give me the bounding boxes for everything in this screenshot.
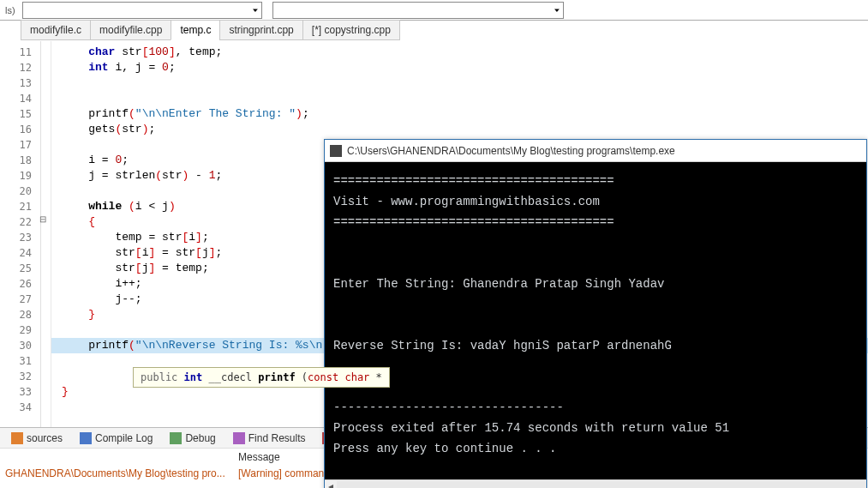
console-output[interactable]: ======================================= …: [325, 162, 866, 467]
code-line[interactable]: printf("\n\nEnter The String: ");: [51, 106, 868, 122]
line-number: 29: [0, 322, 40, 338]
line-number: 28: [0, 307, 40, 322]
console-title-bar[interactable]: C:\Users\GHANENDRA\Documents\My Blog\tes…: [325, 140, 866, 162]
symbol-dropdown-1[interactable]: ▾: [22, 2, 262, 19]
symbol-dropdown-2[interactable]: ▾: [272, 2, 564, 19]
line-number: 19: [0, 168, 40, 184]
bottom-tab-label: sources: [27, 432, 63, 444]
file-tab[interactable]: temp.c: [171, 20, 220, 40]
scroll-left-icon[interactable]: ◂: [325, 480, 337, 489]
file-tab[interactable]: [*] copystring.cpp: [302, 20, 400, 40]
line-number: 13: [0, 75, 40, 91]
toolbar-left-label: ls): [5, 5, 15, 15]
chevron-down-icon: ▾: [554, 6, 560, 13]
line-number: 25: [0, 261, 40, 276]
fold-column: ⊟: [41, 41, 51, 427]
bottom-tab-label: Find Results: [248, 432, 306, 444]
find-icon: [233, 432, 245, 444]
line-number: 22: [0, 214, 40, 230]
line-number: 21: [0, 199, 40, 214]
src-icon: [11, 432, 23, 444]
bottom-tab-find-results[interactable]: Find Results: [225, 429, 314, 448]
bottom-tab-label: Debug: [185, 432, 215, 444]
chevron-down-icon: ▾: [253, 6, 258, 13]
line-number: 31: [0, 353, 40, 369]
line-number: 34: [0, 400, 40, 415]
bottom-tab-sources[interactable]: sources: [3, 429, 70, 448]
code-line[interactable]: int i, j = 0;: [51, 60, 868, 75]
code-line[interactable]: gets(str);: [51, 122, 868, 137]
line-number: 30: [0, 338, 40, 353]
line-number: 17: [0, 137, 40, 153]
console-window: C:\Users\GHANENDRA\Documents\My Blog\tes…: [324, 139, 867, 488]
signature-tooltip: public int __cdecl printf (const char *: [133, 367, 390, 388]
console-title-text: C:\Users\GHANENDRA\Documents\My Blog\tes…: [347, 145, 861, 157]
line-number: 32: [0, 369, 40, 384]
console-app-icon: [330, 145, 342, 157]
fold-toggle-icon[interactable]: ⊟: [39, 214, 46, 224]
code-line[interactable]: [51, 75, 868, 91]
file-tab[interactable]: stringprint.cpp: [219, 20, 302, 40]
log-icon: [80, 432, 92, 444]
line-number: 23: [0, 230, 40, 245]
file-tab[interactable]: modifyfile.cpp: [90, 20, 171, 40]
line-number: 11: [0, 45, 40, 60]
line-number: 15: [0, 106, 40, 122]
bottom-tab-debug[interactable]: Debug: [162, 429, 223, 448]
line-number: 14: [0, 91, 40, 106]
dbg-icon: [170, 432, 182, 444]
code-line[interactable]: char str[100], temp;: [51, 45, 868, 60]
line-number: 24: [0, 245, 40, 261]
line-number: 33: [0, 384, 40, 400]
status-file-path: GHANENDRA\Documents\My Blog\testing pro.…: [5, 467, 238, 479]
message-header: Message: [238, 451, 280, 463]
line-number-gutter: 1112131415161718192021222324252627282930…: [0, 41, 41, 427]
file-tab-bar: modifyfile.cmodifyfile.cpptemp.cstringpr…: [0, 21, 868, 41]
console-scrollbar[interactable]: ◂: [325, 479, 866, 488]
line-number: 16: [0, 122, 40, 137]
line-number: 12: [0, 60, 40, 75]
line-number: 18: [0, 153, 40, 168]
bottom-tab-compile-log[interactable]: Compile Log: [72, 429, 160, 448]
editor-area: 1112131415161718192021222324252627282930…: [0, 41, 868, 427]
code-line[interactable]: [51, 91, 868, 106]
line-number: 20: [0, 184, 40, 199]
scroll-track[interactable]: [337, 481, 866, 489]
line-number: 27: [0, 292, 40, 307]
line-number: 26: [0, 276, 40, 292]
top-toolbar: ls) ▾ ▾: [0, 0, 868, 21]
bottom-tab-label: Compile Log: [95, 432, 153, 444]
file-tab[interactable]: modifyfile.c: [21, 20, 91, 40]
